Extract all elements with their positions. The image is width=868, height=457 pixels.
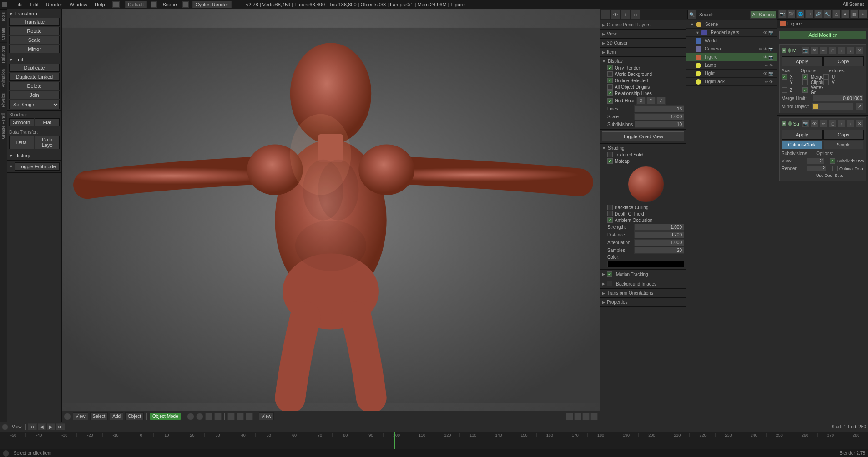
camera-eye-icon[interactable]: 👁 xyxy=(763,47,767,51)
motion-tracking-title[interactable]: ▶ Motion Tracking xyxy=(602,271,684,278)
grid-y-btn[interactable]: Y xyxy=(646,97,656,105)
mode-badge[interactable]: Object Mode xyxy=(150,413,181,420)
tab-animation[interactable]: Animation xyxy=(0,66,7,90)
outliner-camera[interactable]: Camera ✏ 👁 📷 xyxy=(686,45,777,53)
mirror-cage-icon[interactable]: ◻ xyxy=(828,46,837,55)
grid-x-btn[interactable]: X xyxy=(636,97,646,105)
attenuation-value[interactable]: 1.000 xyxy=(634,239,684,246)
delete-btn[interactable]: Delete xyxy=(9,82,60,90)
grease-pencil-title[interactable]: ▶ Grease Pencil Layers xyxy=(602,21,684,28)
optimal-disp-cb[interactable] xyxy=(832,166,838,171)
display-title[interactable]: ▼ Display xyxy=(602,58,684,65)
lamp-edit-icon[interactable]: ✏ xyxy=(765,63,768,68)
translate-btn[interactable]: Translate xyxy=(9,18,60,26)
transform-icon-btn[interactable]: ↔ xyxy=(601,10,610,19)
outliner-world[interactable]: World xyxy=(686,37,777,45)
jump-start-btn[interactable]: ⏮ xyxy=(28,423,37,430)
duplicate-linked-btn[interactable]: Duplicate Linked xyxy=(9,73,60,81)
outliner-light[interactable]: Light 👁 📷 xyxy=(686,70,777,78)
outliner-render-layers[interactable]: ▼ RenderLayers 👁 📷 xyxy=(686,29,777,37)
bg-images-title[interactable]: ▶ Background Images xyxy=(602,280,684,287)
distance-value[interactable]: 0.200 xyxy=(634,231,684,238)
view-label-btn[interactable]: View xyxy=(259,412,274,420)
toggle-editmode-btn[interactable]: Toggle Editmode xyxy=(15,162,60,171)
mirror-mod-collapse[interactable]: ▼ xyxy=(782,47,787,54)
outliner-search-icon[interactable]: 🔍 xyxy=(687,10,696,19)
smooth-btn[interactable]: Smooth xyxy=(9,118,34,126)
mirror-x-cb[interactable] xyxy=(782,74,787,80)
mod-icon-constraints[interactable]: 🔗 xyxy=(814,10,823,18)
edit-title[interactable]: Edit xyxy=(9,56,60,63)
color-swatch[interactable] xyxy=(607,261,684,267)
lightback-eye-icon[interactable]: 👁 xyxy=(769,80,773,84)
rl-render-icon[interactable]: 📷 xyxy=(768,30,773,35)
manipulator-btn[interactable] xyxy=(205,413,212,420)
figure-eye-icon[interactable]: 👁 xyxy=(763,55,767,60)
use-opensubdiv-cb[interactable] xyxy=(809,173,814,178)
timeline-icon[interactable] xyxy=(2,424,8,430)
viewport-icon[interactable] xyxy=(64,413,71,420)
strength-value[interactable]: 1.000 xyxy=(634,224,684,231)
layout-label[interactable]: Default xyxy=(125,1,147,8)
global-local-btn[interactable] xyxy=(187,413,194,420)
subsurf-delete-icon[interactable]: ✕ xyxy=(856,120,864,128)
autokey-btn[interactable] xyxy=(590,413,598,420)
outliner-scene[interactable]: ▼ Scene xyxy=(686,20,777,29)
all-scenes-btn[interactable]: All Scenes xyxy=(750,11,776,19)
transform-orient-title[interactable]: ▶ Transform Orientations xyxy=(602,290,684,296)
subsurf-cage-icon[interactable]: ◻ xyxy=(828,120,837,128)
mirror-u-cb[interactable] xyxy=(823,74,829,80)
tab-tools[interactable]: Tools xyxy=(0,9,7,25)
lightback-edit-icon[interactable]: ✏ xyxy=(765,80,768,84)
subsurf-up-icon[interactable]: ↑ xyxy=(838,120,846,128)
subdivide-uvs-cb[interactable] xyxy=(830,158,835,164)
join-btn[interactable]: Join xyxy=(9,91,60,99)
select-menu[interactable]: Select xyxy=(90,412,108,420)
mod-icon-modifier[interactable]: 🔧 xyxy=(823,10,832,18)
add-modifier-btn[interactable]: Add Modifier xyxy=(779,31,866,39)
subsurf-render-icon[interactable]: 📷 xyxy=(801,120,809,128)
ao-cb[interactable] xyxy=(607,217,613,223)
simple-btn[interactable]: Simple xyxy=(823,141,864,149)
mod-icon-material[interactable]: ● xyxy=(841,10,849,18)
toggle-quad-btn[interactable]: Toggle Quad View xyxy=(602,131,684,141)
mirror-v-cb[interactable] xyxy=(823,80,829,85)
menu-window[interactable]: Window xyxy=(68,2,89,7)
timeline-playhead[interactable] xyxy=(394,432,395,449)
subdivisions-value[interactable]: 10 xyxy=(635,121,684,128)
subsurf-copy-btn[interactable]: Copy xyxy=(823,130,864,140)
figure-render-icon[interactable]: 📷 xyxy=(768,55,773,60)
matcap-cb[interactable] xyxy=(607,158,613,164)
merge-limit-field[interactable]: 0.001000 xyxy=(813,95,864,102)
mirror-view-icon[interactable]: 👁 xyxy=(810,46,818,55)
mod-icon-world[interactable]: 🌐 xyxy=(796,10,804,18)
mirror-edit-icon[interactable]: ✏ xyxy=(819,46,828,55)
camera-edit-icon[interactable]: ✏ xyxy=(759,47,762,51)
transform-title[interactable]: Transform xyxy=(9,10,60,17)
mod-icon-scene[interactable]: 🎬 xyxy=(787,10,796,18)
matcap-sphere[interactable] xyxy=(628,166,664,202)
snap-btn[interactable] xyxy=(566,413,573,420)
tab-relations[interactable]: Relations xyxy=(0,43,7,66)
subsurf-collapse[interactable]: ▼ xyxy=(782,121,787,127)
mod-icon-data[interactable]: △ xyxy=(832,10,840,18)
mirror-btn[interactable]: Mirror xyxy=(9,45,60,53)
jump-end-btn[interactable]: ⏭ xyxy=(56,423,65,430)
subsurf-render-value[interactable]: 2 xyxy=(806,165,827,172)
menu-edit[interactable]: Edit xyxy=(28,2,40,7)
tab-grease-pencil[interactable]: Grease Pencil xyxy=(0,110,7,142)
camera-render-icon[interactable]: 📷 xyxy=(768,47,773,51)
catmull-clark-btn[interactable]: Catmull-Clark xyxy=(782,141,823,149)
menu-help[interactable]: Help xyxy=(93,2,107,7)
mod-icon-particles[interactable]: ✦ xyxy=(859,10,867,18)
3d-cursor-title[interactable]: ▶ 3D Cursor xyxy=(602,40,684,46)
light-eye-icon[interactable]: 👁 xyxy=(763,71,767,76)
mod-icon-render[interactable]: 📷 xyxy=(778,10,787,18)
item-icon-btn[interactable]: □ xyxy=(631,10,640,19)
lamp-eye-icon[interactable]: 👁 xyxy=(769,63,773,68)
data-btn[interactable]: Data xyxy=(9,136,34,149)
all-origins-cb[interactable] xyxy=(607,84,613,90)
layer-btn[interactable] xyxy=(214,413,222,420)
mirror-clipping-cb[interactable] xyxy=(802,80,808,85)
grid-z-btn[interactable]: Z xyxy=(656,97,666,105)
